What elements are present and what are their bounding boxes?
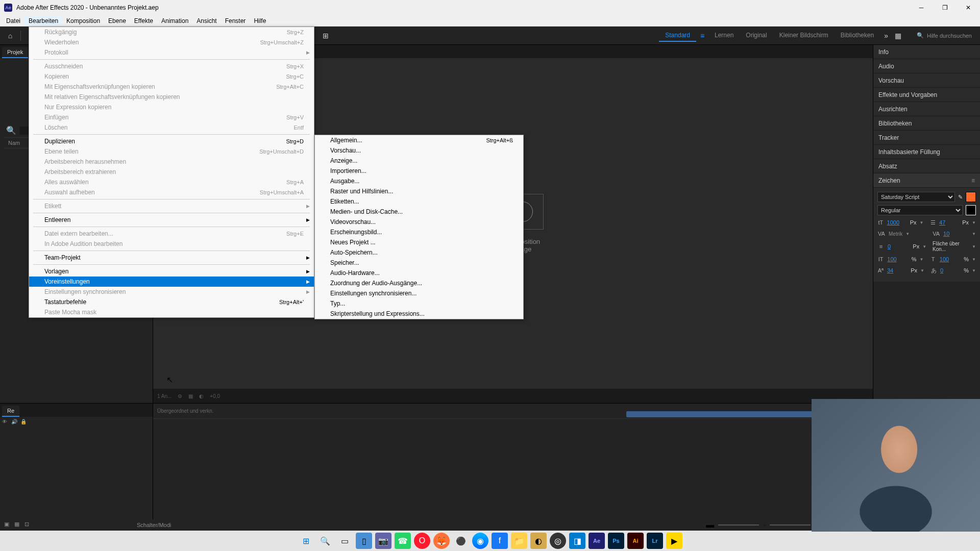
menu-ebene[interactable]: Ebene: [104, 16, 130, 26]
menu-animation[interactable]: Animation: [157, 16, 192, 26]
prefs-menu-item[interactable]: Vorschau...: [315, 145, 523, 156]
workspace-lernen[interactable]: Lernen: [708, 30, 740, 42]
footer-bin-icon[interactable]: ▦: [14, 521, 22, 529]
leading-input[interactable]: 47: [939, 219, 959, 226]
hamburger-icon[interactable]: ≡: [971, 177, 975, 184]
render-tab[interactable]: Re: [2, 406, 19, 417]
prefs-menu-item[interactable]: Medien- und Disk-Cache...: [315, 207, 523, 217]
panel-vorschau[interactable]: Vorschau: [873, 73, 980, 88]
prefs-menu-item[interactable]: Typ...: [315, 298, 523, 309]
taskbar-facebook[interactable]: f: [492, 533, 508, 549]
maximize-button[interactable]: ❐: [933, 0, 957, 15]
taskbar-firefox[interactable]: 🦊: [433, 533, 450, 549]
edit-menu-item[interactable]: TastaturbefehleStrg+Alt+': [29, 297, 314, 307]
taskbar-opera[interactable]: O: [414, 533, 430, 549]
menu-ansicht[interactable]: Ansicht: [192, 16, 220, 26]
taskbar-start[interactable]: ⊞: [298, 533, 314, 549]
eye-icon[interactable]: 👁: [2, 419, 9, 426]
taskbar-files[interactable]: 📁: [511, 533, 527, 549]
prefs-menu-item[interactable]: Einstellungen synchronisieren...: [315, 288, 523, 298]
edit-menu-item[interactable]: DuplizierenStrg+D: [29, 136, 314, 146]
prefs-menu-item[interactable]: Auto-Speichern...: [315, 247, 523, 258]
snap-grid-icon[interactable]: ⊞: [320, 30, 332, 42]
taskbar-teams[interactable]: 📷: [375, 533, 391, 549]
prefs-menu-item[interactable]: Videovorschau...: [315, 217, 523, 227]
prefs-menu-item[interactable]: Skripterstellung und Expressions...: [315, 309, 523, 319]
prefs-menu-item[interactable]: Audio-Hardware...: [315, 268, 523, 278]
mask-icon[interactable]: ◐: [199, 393, 204, 399]
workspace-kleiner[interactable]: Kleiner Bildschirm: [773, 30, 835, 42]
prefs-menu-item[interactable]: Allgemein...Strg+Alt+ß: [315, 135, 523, 145]
vscale-input[interactable]: 100: [887, 256, 909, 262]
menu-datei[interactable]: Datei: [2, 16, 24, 26]
workspace-original[interactable]: Original: [740, 30, 773, 42]
menu-hilfe[interactable]: Hilfe: [250, 16, 270, 26]
taskbar-app1[interactable]: ⚫: [453, 533, 469, 549]
menu-bearbeiten[interactable]: Bearbeiten: [24, 16, 62, 26]
taskbar-whatsapp[interactable]: ☎: [395, 533, 411, 549]
lock-icon[interactable]: 🔒: [20, 419, 28, 426]
timeline-track[interactable]: [153, 419, 873, 531]
workspace-menu-icon[interactable]: ≡: [696, 30, 708, 42]
font-size-input[interactable]: 1000: [887, 219, 907, 226]
tsume-input[interactable]: 0: [940, 267, 961, 273]
panel-effekte[interactable]: Effekte und Vorgaben: [873, 88, 980, 102]
edit-menu-item[interactable]: Team-Projekt▶: [29, 253, 314, 263]
taskbar-obs[interactable]: ◎: [550, 533, 566, 549]
workspace-standard[interactable]: Standard: [659, 30, 696, 42]
taskbar-explorer[interactable]: ▯: [356, 533, 372, 549]
taskbar-messenger[interactable]: ◉: [472, 533, 488, 549]
edit-menu-item[interactable]: Vorlagen▶: [29, 266, 314, 277]
prefs-menu-item[interactable]: Raster und Hilfslinien...: [315, 186, 523, 196]
prefs-menu-item[interactable]: Anzeige...: [315, 156, 523, 166]
footer-mode-label[interactable]: Schalter/Modi: [137, 522, 171, 528]
gear-icon[interactable]: ⚙: [178, 393, 182, 399]
timeline-zoom-slider[interactable]: ▬○▲: [706, 520, 823, 530]
menu-komposition[interactable]: Komposition: [62, 16, 104, 26]
prefs-menu-item[interactable]: Ausgabe...: [315, 176, 523, 186]
taskbar-lightroom[interactable]: Lr: [647, 533, 663, 549]
grid-icon[interactable]: ▦: [188, 393, 193, 399]
taskbar-more[interactable]: ▶: [666, 533, 682, 549]
tracking-input[interactable]: 10: [943, 231, 969, 237]
taskbar-vscode[interactable]: ◨: [569, 533, 585, 549]
workspace-bibliotheken[interactable]: Bibliotheken: [835, 30, 880, 42]
panel-audio[interactable]: Audio: [873, 59, 980, 73]
panel-zeichen[interactable]: Zeichen≡: [873, 173, 980, 188]
panel-ausrichten[interactable]: Ausrichten: [873, 102, 980, 116]
panel-inhalt[interactable]: Inhaltsbasierte Füllung: [873, 145, 980, 159]
footer-folder-icon[interactable]: ▣: [4, 521, 12, 529]
font-style-select[interactable]: Regular: [877, 205, 963, 215]
taskbar-aftereffects[interactable]: Ae: [589, 533, 605, 549]
prefs-menu-item[interactable]: Zuordnung der Audio-Ausgänge...: [315, 278, 523, 288]
stroke-swatch-icon[interactable]: [966, 205, 976, 215]
panel-bibliotheken[interactable]: Bibliotheken: [873, 116, 980, 131]
help-search[interactable]: 🔍 Hilfe durchsuchen: [913, 31, 976, 40]
home-icon[interactable]: ⌂: [4, 30, 16, 42]
fill-color-swatch[interactable]: [966, 192, 976, 202]
prefs-menu-item[interactable]: Etiketten...: [315, 196, 523, 207]
workspace-panel-icon[interactable]: ▦: [892, 30, 904, 42]
prefs-menu-item[interactable]: Neues Projekt ...: [315, 237, 523, 247]
baseline-shift-input[interactable]: 34: [887, 267, 908, 273]
taskbar-app2[interactable]: ◐: [530, 533, 547, 549]
speaker-icon[interactable]: 🔊: [11, 419, 18, 426]
stroke-width-input[interactable]: 0: [888, 243, 910, 249]
close-button[interactable]: ✕: [957, 0, 980, 15]
eyedropper-icon[interactable]: ✎: [958, 194, 963, 201]
minimize-button[interactable]: ─: [910, 0, 933, 15]
panel-info[interactable]: Info: [873, 45, 980, 59]
prefs-menu-item[interactable]: Erscheinungsbild...: [315, 227, 523, 237]
panel-absatz[interactable]: Absatz: [873, 159, 980, 173]
project-tab[interactable]: Projek: [2, 47, 28, 58]
font-family-select[interactable]: Saturday Script: [877, 192, 955, 202]
edit-menu-item[interactable]: Entleeren▶: [29, 215, 314, 225]
taskbar-illustrator[interactable]: Ai: [627, 533, 644, 549]
menu-fenster[interactable]: Fenster: [221, 16, 250, 26]
taskbar-taskview[interactable]: ▭: [336, 533, 353, 549]
prefs-menu-item[interactable]: Importieren...: [315, 166, 523, 176]
workspace-overflow-icon[interactable]: »: [880, 30, 892, 42]
panel-tracker[interactable]: Tracker: [873, 131, 980, 145]
menu-effekte[interactable]: Effekte: [130, 16, 157, 26]
taskbar-search[interactable]: 🔍: [317, 533, 333, 549]
